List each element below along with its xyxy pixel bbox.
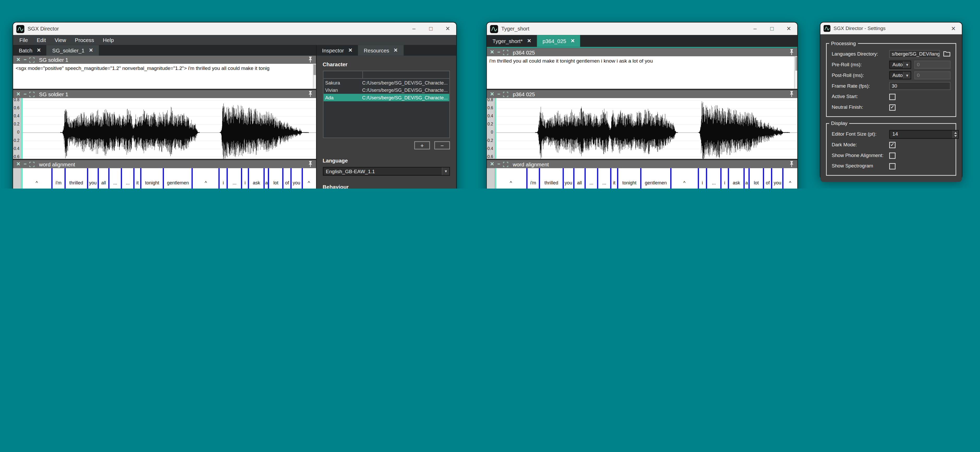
panel-close-icon[interactable]: ✕ xyxy=(490,162,494,167)
segment-label[interactable]: ... xyxy=(121,168,134,189)
segment-boundary-line[interactable] xyxy=(526,168,527,189)
panel-close-icon[interactable]: ✕ xyxy=(490,92,494,97)
waveform-canvas[interactable] xyxy=(21,98,316,159)
segment-label[interactable]: you xyxy=(291,168,302,189)
segment-boundary-line[interactable] xyxy=(706,168,707,189)
tab-close-icon[interactable]: ✕ xyxy=(527,38,531,44)
segment-label[interactable]: ^ xyxy=(671,168,698,189)
panel-pin-icon[interactable] xyxy=(789,161,794,167)
menu-item-help[interactable]: Help xyxy=(99,37,118,43)
segment-boundary-line[interactable] xyxy=(748,168,749,189)
scrollbar-thumb[interactable] xyxy=(795,57,797,70)
segment-label[interactable]: of xyxy=(283,168,291,189)
segment-boundary-line[interactable] xyxy=(282,168,284,189)
panel-expand-icon[interactable] xyxy=(30,92,35,97)
panel-expand-icon[interactable] xyxy=(30,162,35,167)
scrollbar-thumb[interactable] xyxy=(314,64,316,75)
panel-minimize-icon[interactable]: − xyxy=(24,92,26,97)
panel-pin-icon[interactable] xyxy=(789,49,794,56)
segment-boundary-line[interactable] xyxy=(783,168,784,189)
right-titlebar[interactable]: Tyger_short –□✕ xyxy=(487,22,797,35)
roll-mode-dropdown[interactable]: Auto▾ xyxy=(889,71,911,79)
segment-label[interactable]: ^ xyxy=(302,168,316,189)
segment-label[interactable]: ... xyxy=(585,168,598,189)
tab-tyger-short-[interactable]: Tyger_short*✕ xyxy=(487,35,537,47)
left-titlebar[interactable]: SGX Director –□✕ xyxy=(13,22,456,35)
segment-label[interactable]: ... xyxy=(109,168,121,189)
segment-label[interactable]: you xyxy=(563,168,574,189)
remove-character-button[interactable]: − xyxy=(434,141,450,149)
track-plot[interactable]: ^i'mthrilledyouall......ittonightgentlem… xyxy=(495,168,797,189)
segment-boundary-line[interactable] xyxy=(584,168,585,189)
segment-boundary-line[interactable] xyxy=(763,168,764,189)
segment-boundary-line[interactable] xyxy=(291,168,292,189)
settings-titlebar[interactable]: SGX Director - Settings ✕ xyxy=(821,22,962,35)
menu-item-edit[interactable]: Edit xyxy=(32,37,50,43)
segment-label[interactable]: of xyxy=(764,168,772,189)
segment-boundary-line[interactable] xyxy=(87,168,88,189)
segment-label[interactable]: tonight xyxy=(141,168,164,189)
panel-expand-icon[interactable] xyxy=(503,50,508,55)
menu-item-file[interactable]: File xyxy=(15,37,32,43)
editor-font-size-spinbox[interactable]: 14 xyxy=(889,130,959,138)
segment-boundary-line[interactable] xyxy=(573,168,575,189)
track-plot[interactable] xyxy=(495,98,797,159)
segment-label[interactable]: ask xyxy=(729,168,745,189)
segment-boundary-line[interactable] xyxy=(140,168,142,189)
segment-boundary-line[interactable] xyxy=(301,168,303,189)
languages-directory-input[interactable]: s/berge/SG_DEV/languages xyxy=(889,50,940,58)
panel-expand-icon[interactable] xyxy=(30,57,35,62)
transcript-text[interactable]: i'm thrilled you all could make it tonig… xyxy=(487,56,797,89)
character-table[interactable]: SakuraC:/Users/berge/SG_DEV/SG_Characte.… xyxy=(323,71,450,138)
segment-boundary-line[interactable] xyxy=(227,168,228,189)
language-dropdown[interactable]: English_GB-EAW_1.1▾ xyxy=(323,167,450,176)
segment-label[interactable]: thrilled xyxy=(65,168,88,189)
segment-label[interactable]: all xyxy=(98,168,109,189)
segment-label[interactable]: you xyxy=(772,168,783,189)
segment-label[interactable]: lot xyxy=(749,168,764,189)
panel-close-icon[interactable]: ✕ xyxy=(16,57,21,62)
tab-p364-025[interactable]: p364_025✕ xyxy=(537,35,581,47)
segment-boundary-line[interactable] xyxy=(721,168,722,189)
tab-batch[interactable]: Batch✕ xyxy=(13,45,46,56)
segment-boundary-line[interactable] xyxy=(728,168,729,189)
segment-boundary-line[interactable] xyxy=(562,168,564,189)
segment-label[interactable]: ask xyxy=(249,168,264,189)
segment-boundary-line[interactable] xyxy=(610,168,611,189)
tab-close-icon[interactable]: ✕ xyxy=(571,38,575,44)
segment-boundary-line[interactable] xyxy=(134,168,135,189)
tab-close-icon[interactable]: ✕ xyxy=(37,48,41,53)
tab-sg-soldier-1[interactable]: SG_soldier_1✕ xyxy=(47,45,99,56)
segment-boundary-line[interactable] xyxy=(64,168,65,189)
segment-label[interactable]: ^ xyxy=(495,168,527,189)
transcript-text[interactable]: <sgx mode="positive" speech_magnitude="1… xyxy=(13,63,316,89)
panel-minimize-icon[interactable]: − xyxy=(498,50,500,55)
segment-boundary-line[interactable] xyxy=(108,168,110,189)
segment-label[interactable]: all xyxy=(574,168,585,189)
panel-minimize-icon[interactable]: − xyxy=(24,57,26,62)
panel-pin-icon[interactable] xyxy=(308,91,313,98)
window-close-button[interactable]: ✕ xyxy=(780,22,797,35)
segment-boundary-line[interactable] xyxy=(248,168,249,189)
segment-boundary-line[interactable] xyxy=(163,168,164,189)
segment-boundary-line[interactable] xyxy=(744,168,745,189)
segment-boundary-line[interactable] xyxy=(597,168,598,189)
segment-label[interactable]: ^ xyxy=(21,168,52,189)
segment-label[interactable]: i'm xyxy=(52,168,65,189)
waveform-canvas[interactable] xyxy=(495,98,797,159)
segment-boundary-line[interactable] xyxy=(771,168,773,189)
panel-minimize-icon[interactable]: − xyxy=(498,162,500,167)
segment-label[interactable]: ^ xyxy=(783,168,797,189)
settings-checkbox[interactable]: ✓ xyxy=(889,104,896,110)
window-maximize-button[interactable]: □ xyxy=(764,22,780,35)
panel-expand-icon[interactable] xyxy=(503,92,508,97)
panel-pin-icon[interactable] xyxy=(789,91,794,98)
segment-label[interactable]: i'm xyxy=(527,168,540,189)
spin-up-icon[interactable] xyxy=(953,130,958,134)
spin-down-icon[interactable] xyxy=(953,134,958,138)
tab-close-icon[interactable]: ✕ xyxy=(394,48,398,53)
segment-boundary-line[interactable] xyxy=(241,168,242,189)
segment-label[interactable]: gentlemen xyxy=(164,168,192,189)
panel-close-icon[interactable]: ✕ xyxy=(16,162,21,167)
panel-close-icon[interactable]: ✕ xyxy=(16,92,21,97)
